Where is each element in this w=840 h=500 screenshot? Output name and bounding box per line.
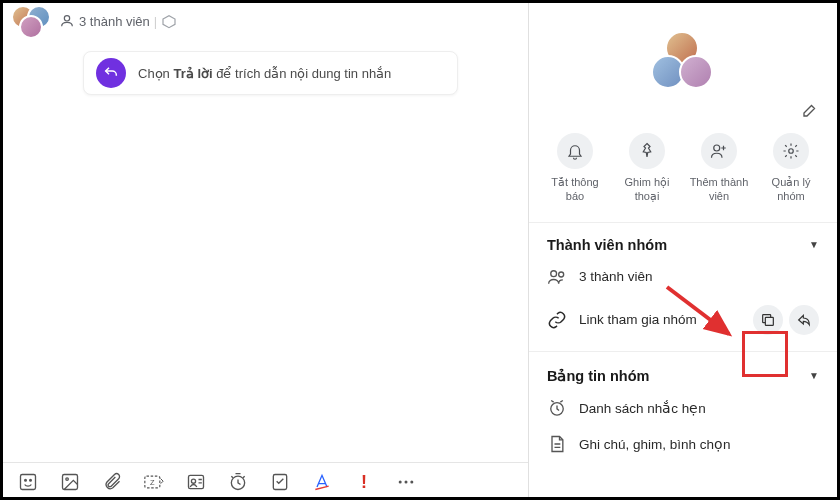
tag-icon[interactable] (161, 13, 177, 29)
chevron-down-icon: ▼ (809, 239, 819, 250)
board-section-header[interactable]: Bảng tin nhóm ▼ (547, 368, 819, 384)
reply-hint: Chọn Trả lời để trích dẫn nội dung tin n… (83, 51, 458, 95)
chat-panel: 3 thành viên | Chọn Trả lời để trích dẫn… (3, 3, 529, 497)
member-count: 3 thành viên (79, 14, 150, 29)
screenshot-icon[interactable]: Z (143, 471, 165, 493)
attachment-icon[interactable] (101, 471, 123, 493)
reminders-row[interactable]: Danh sách nhắc hẹn (547, 384, 819, 420)
task-icon[interactable] (269, 471, 291, 493)
share-icon (796, 312, 812, 328)
image-icon[interactable] (59, 471, 81, 493)
gear-icon (782, 142, 800, 160)
chat-message-area[interactable] (3, 95, 528, 462)
members-icon (59, 13, 75, 29)
svg-point-16 (789, 149, 794, 154)
reminder-icon[interactable] (227, 471, 249, 493)
copy-icon (760, 312, 776, 328)
share-link-button[interactable] (789, 305, 819, 335)
link-icon (547, 310, 567, 330)
quick-actions: Tắt thông báo Ghim hội thoại Thêm thành … (529, 119, 837, 223)
priority-icon[interactable]: ! (353, 471, 375, 493)
add-member-action[interactable]: Thêm thành viên (685, 133, 753, 204)
members-section: Thành viên nhóm ▼ 3 thành viên Link tham… (529, 223, 837, 358)
note-icon (547, 434, 567, 454)
info-panel: Tắt thông báo Ghim hội thoại Thêm thành … (529, 3, 837, 497)
copy-link-button[interactable] (753, 305, 783, 335)
manage-action[interactable]: Quản lý nhóm (757, 133, 825, 204)
svg-point-3 (30, 480, 32, 482)
group-avatar-small[interactable] (11, 5, 53, 37)
members-count-row[interactable]: 3 thành viên (547, 253, 819, 289)
mute-action[interactable]: Tắt thông báo (541, 133, 609, 204)
svg-point-17 (551, 270, 557, 276)
chat-header: 3 thành viên | (3, 3, 528, 45)
pin-icon (638, 142, 656, 160)
edit-name-button[interactable] (801, 101, 819, 119)
reply-hint-icon (96, 58, 126, 88)
svg-point-5 (66, 478, 69, 481)
svg-point-13 (405, 481, 408, 484)
members-section-header[interactable]: Thành viên nhóm ▼ (547, 237, 819, 253)
notes-row[interactable]: Ghi chú, ghim, bình chọn (547, 420, 819, 456)
svg-point-18 (559, 272, 564, 277)
svg-point-0 (64, 16, 69, 21)
svg-rect-19 (765, 317, 773, 325)
sticker-icon[interactable] (17, 471, 39, 493)
svg-point-14 (410, 481, 413, 484)
people-icon (547, 267, 567, 287)
svg-point-9 (191, 479, 195, 483)
svg-text:Z: Z (150, 478, 155, 487)
group-avatar-large[interactable] (651, 31, 715, 95)
bell-icon (566, 142, 584, 160)
pin-action[interactable]: Ghim hội thoại (613, 133, 681, 204)
svg-point-2 (25, 480, 27, 482)
svg-rect-1 (21, 475, 36, 490)
chevron-down-icon: ▼ (809, 370, 819, 381)
more-icon[interactable] (395, 471, 417, 493)
svg-point-15 (714, 145, 720, 151)
format-icon[interactable] (311, 471, 333, 493)
add-user-icon (710, 142, 728, 160)
input-toolbar: Z ! (3, 462, 528, 497)
svg-point-12 (399, 481, 402, 484)
join-link-row[interactable]: Link tham gia nhóm (547, 289, 819, 343)
board-section: Bảng tin nhóm ▼ Danh sách nhắc hẹn Ghi c… (529, 358, 837, 462)
alarm-icon (547, 398, 567, 418)
contact-card-icon[interactable] (185, 471, 207, 493)
